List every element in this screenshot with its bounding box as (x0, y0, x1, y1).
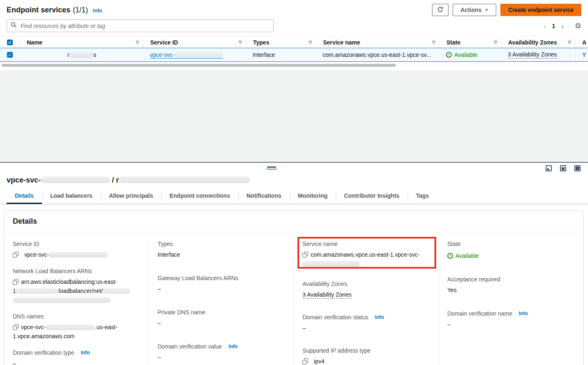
filter-caret-icon[interactable]: ▽ (309, 40, 312, 44)
field-label: Private DNS name (158, 309, 286, 316)
field-value: Yes (447, 285, 575, 295)
copy-icon[interactable] (302, 252, 308, 257)
field-domain-verification-name: Domain verification name Info – (447, 310, 575, 329)
field-label: Domain verification name (447, 310, 512, 317)
select-all-checkbox-cell: ✓ (0, 37, 20, 48)
field-dns-names: DNS names vpce-svc-.us-east- 1.vpce.amaz… (13, 313, 141, 341)
field-label: Domain verification value (158, 343, 222, 350)
panel-resize-handle[interactable] (267, 166, 276, 170)
details-card: Details Service ID vpce-svc- Network Loa… (4, 211, 584, 365)
tab-tags[interactable]: Tags (408, 190, 437, 204)
field-value: Interface (158, 250, 286, 259)
field-nlb-arns: Network Load Balancers ARNs arn:aws:elas… (13, 268, 141, 304)
status-badge: ✓ Available (446, 51, 478, 58)
dns-names-value: vpce-svc-.us-east- 1.vpce.amazonaws.com (13, 323, 141, 341)
next-page-button[interactable]: › (560, 22, 565, 30)
field-label: Supported IP address type (302, 347, 430, 354)
select-all-checkbox[interactable]: ✓ (7, 40, 13, 45)
header-info-link[interactable]: Info (93, 8, 102, 14)
row-name-redacted: rs (67, 51, 96, 58)
previous-page-button[interactable]: ‹ (543, 22, 547, 30)
copy-icon[interactable] (302, 358, 308, 364)
row-checkbox[interactable]: ✓ (7, 52, 13, 58)
nlb-arn-value: arn:aws:elasticloadbalancing:us-east- 1:… (13, 277, 141, 304)
details-card-body: Service ID vpce-svc- Network Load Balanc… (5, 232, 583, 365)
panel-size-small-icon[interactable] (546, 165, 552, 171)
tab-load-balancers[interactable]: Load balancers (42, 190, 101, 204)
horizontal-scrollbar-thumb[interactable] (2, 64, 396, 67)
horizontal-scrollbar (0, 62, 588, 68)
filter-caret-icon[interactable]: ▽ (239, 40, 242, 44)
field-label: Service ID (13, 241, 141, 247)
actions-button[interactable]: Actions ▼ (453, 4, 496, 16)
copy-icon[interactable] (13, 252, 19, 257)
create-endpoint-service-button[interactable]: Create endpoint service (500, 4, 581, 16)
panel-controls (0, 163, 588, 174)
field-value: – (447, 320, 575, 329)
field-value: – (158, 284, 286, 293)
row-types-cell: Interface (246, 48, 316, 61)
filter-caret-icon[interactable]: ▽ (568, 40, 571, 44)
filter-caret-icon[interactable]: ▽ (494, 40, 497, 44)
field-domain-verification-value: Domain verification value Info – (158, 343, 286, 362)
table-header-row: ✓ Name ▽ Service ID ▽ Types ▽ Service na… (0, 36, 588, 48)
tab-notifications[interactable]: Notifications (238, 190, 290, 204)
service-name-value: com.amazonaws.vpce.us-east-1.vpce-svc- (302, 250, 430, 268)
search-icon (11, 22, 17, 30)
info-link[interactable]: Info (81, 350, 90, 356)
service-id-link[interactable]: vpce-svc- (150, 51, 223, 58)
field-domain-verification-status: Domain verification status Info – (302, 314, 430, 332)
column-header-acceptance-truncated: A (575, 37, 588, 48)
panel-size-half-icon[interactable] (560, 165, 566, 171)
panel-tabs: Details Load balancers Allow principals … (0, 190, 588, 204)
field-label: Domain verification type (13, 349, 74, 356)
field-label: DNS names (13, 313, 141, 320)
field-label: Service name (302, 241, 430, 247)
column-header-service-id-label: Service ID (150, 39, 178, 46)
field-types: Types Interface (158, 241, 286, 259)
chevron-down-icon: ▼ (485, 8, 488, 12)
info-link[interactable]: Info (375, 314, 384, 320)
tab-endpoint-connections[interactable]: Endpoint connections (161, 190, 238, 204)
field-availability-zones: Availability Zones 3 Availability Zones (302, 281, 430, 299)
column-header-service-id: Service ID ▽ (143, 37, 246, 48)
tab-contributor-insights[interactable]: Contributor Insights (336, 190, 408, 204)
service-id-value: vpce-svc- (24, 250, 107, 259)
field-label: Network Load Balancers ARNs (13, 268, 141, 274)
column-header-availability-zones: Availability Zones ▽ (501, 37, 575, 48)
refresh-button[interactable] (432, 4, 449, 16)
info-link[interactable]: Info (519, 311, 528, 316)
current-page-number: 1 (552, 23, 555, 29)
copy-icon[interactable] (13, 279, 19, 285)
refresh-icon (437, 6, 444, 14)
info-link[interactable]: Info (228, 344, 237, 349)
tab-details[interactable]: Details (7, 190, 42, 204)
filter-caret-icon[interactable]: ▽ (432, 40, 435, 44)
row-checkbox-cell: ✓ (0, 48, 20, 61)
availability-zones-popover-link[interactable]: 3 Availability Zones (302, 291, 352, 299)
filter-caret-icon[interactable]: ▽ (136, 40, 139, 44)
resource-count: (1/1) (73, 6, 88, 14)
tab-allow-principals[interactable]: Allow principals (101, 190, 161, 204)
column-header-state-label: State (446, 39, 460, 46)
search-box[interactable] (7, 19, 274, 32)
availability-zones-popover-link[interactable]: 3 Availability Zones (508, 51, 557, 58)
field-value: – (158, 353, 286, 362)
row-acceptance-cell: Y (575, 48, 588, 61)
table-settings-gear-icon[interactable]: ⚙ (575, 22, 581, 30)
panel-size-full-icon[interactable] (574, 165, 581, 171)
page-header: Endpoint services (1/1) Info Actions ▼ C… (0, 0, 588, 18)
field-service-id: Service ID vpce-svc- (13, 241, 141, 259)
page-title-area: Endpoint services (1/1) Info (7, 6, 102, 14)
details-column-3: Service name com.amazonaws.vpce.us-east-… (294, 241, 439, 365)
row-name-cell: rs (20, 48, 143, 61)
search-input[interactable] (20, 22, 270, 30)
table-row: ✓ rs vpce-svc- Interface com.amazonaws.v… (0, 48, 588, 62)
field-label: Acceptance required (447, 276, 575, 283)
field-value: ipv4 (314, 357, 325, 365)
header-actions: Actions ▼ Create endpoint service (432, 4, 581, 16)
copy-icon[interactable] (13, 324, 19, 330)
tab-monitoring[interactable]: Monitoring (290, 190, 336, 204)
field-glb-arns: Gateway Load Balancers ARNs – (158, 275, 286, 293)
check-circle-icon: ✓ (446, 52, 452, 58)
